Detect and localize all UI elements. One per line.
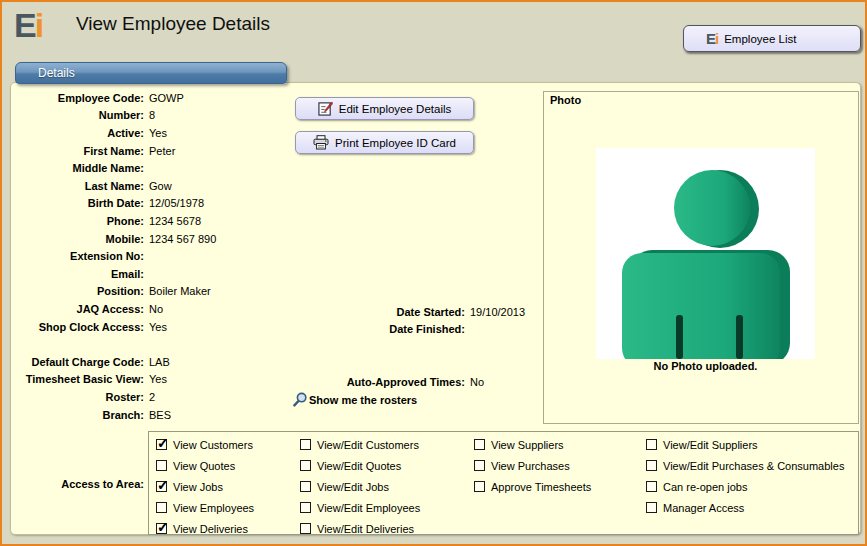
access-checkbox-row[interactable]: View/Edit Jobs	[300, 476, 420, 497]
field-row: Shop Clock Access: Yes	[11, 318, 216, 336]
print-employee-id-card-label: Print Employee ID Card	[335, 137, 456, 149]
photo-placeholder-image	[596, 148, 815, 359]
magnifier-icon	[293, 392, 308, 407]
checkbox-label: View/Edit Deliveries	[317, 523, 414, 535]
field-row: Active: Yes	[11, 124, 216, 142]
checkbox-icon[interactable]	[474, 460, 485, 471]
field-value: GOWP	[149, 92, 184, 104]
checkbox-icon[interactable]	[300, 523, 311, 534]
access-checkbox-row[interactable]: View Employees	[156, 497, 254, 518]
access-to-area-box: View Customers View Quotes View Jobs	[148, 431, 859, 535]
field-row: Position: Boiler Maker	[11, 283, 216, 301]
checkbox-icon[interactable]	[156, 502, 167, 513]
checkbox-label: View Deliveries	[173, 523, 248, 535]
field-label: Default Charge Code:	[11, 356, 144, 368]
checkbox-icon[interactable]	[300, 481, 311, 492]
access-column-suppliers: View Suppliers View Purchases Approve Ti…	[474, 434, 591, 497]
field-value: 12/05/1978	[149, 197, 204, 209]
access-checkbox-row[interactable]: View Quotes	[156, 455, 254, 476]
employee-list-button[interactable]: Ei Employee List	[683, 25, 861, 52]
checkbox-label: View Quotes	[173, 460, 235, 472]
checkbox-icon[interactable]	[156, 523, 167, 534]
field-row: Extension No:	[11, 247, 216, 265]
field-value: BES	[149, 409, 171, 421]
checkbox-icon[interactable]	[646, 460, 657, 471]
field-value: 8	[149, 109, 155, 121]
checkbox-icon[interactable]	[646, 439, 657, 450]
employee-fields-secondary: Default Charge Code: LAB Timesheet Basic…	[11, 353, 171, 423]
checkbox-label: View Jobs	[173, 481, 223, 493]
show-rosters-link[interactable]: Show me the rosters	[293, 391, 417, 409]
field-row: Mobile: 1234 567 890	[11, 230, 216, 248]
edit-employee-details-label: Edit Employee Details	[339, 103, 452, 115]
access-checkbox-row[interactable]: View/Edit Quotes	[300, 455, 420, 476]
field-value: Yes	[149, 127, 167, 139]
checkbox-icon[interactable]	[156, 460, 167, 471]
field-label: First Name:	[11, 145, 144, 157]
print-employee-id-card-button[interactable]: Print Employee ID Card	[295, 131, 474, 154]
app-window: Ei View Employee Details Ei Employee Lis…	[0, 0, 867, 546]
logo-e-glyph: E	[14, 6, 35, 44]
employment-dates: Date Started: 19/10/2013 Date Finished:	[288, 303, 525, 338]
auto-approved-times-row: Auto-Approved Times: No	[288, 373, 484, 391]
access-checkbox-row[interactable]: View/Edit Employees	[300, 497, 420, 518]
access-checkbox-row[interactable]: View Purchases	[474, 455, 591, 476]
field-row: Default Charge Code: LAB	[11, 353, 171, 371]
field-row: Phone: 1234 5678	[11, 212, 216, 230]
field-label: Roster:	[11, 391, 144, 403]
tab-details[interactable]: Details	[15, 62, 287, 84]
field-value: LAB	[149, 356, 170, 368]
access-checkbox-row[interactable]: View/Edit Deliveries	[300, 518, 420, 539]
checkbox-icon[interactable]	[300, 439, 311, 450]
field-value: Gow	[149, 180, 172, 192]
field-row: Employee Code: GOWP	[11, 89, 216, 107]
field-label: Phone:	[11, 215, 144, 227]
field-row: Email:	[11, 265, 216, 283]
checkbox-icon[interactable]	[646, 481, 657, 492]
access-checkbox-row[interactable]: Can re-open jobs	[646, 476, 844, 497]
field-value: Yes	[149, 321, 167, 333]
checkbox-label: View/Edit Purchases & Consumables	[663, 460, 844, 472]
checkbox-icon[interactable]	[474, 439, 485, 450]
field-row: JAQ Access: No	[11, 300, 216, 318]
field-value: Boiler Maker	[149, 285, 211, 297]
access-checkbox-row[interactable]: View Deliveries	[156, 518, 254, 539]
access-checkbox-row[interactable]: View Suppliers	[474, 434, 591, 455]
edit-employee-details-button[interactable]: Edit Employee Details	[295, 97, 474, 120]
access-checkbox-row[interactable]: Approve Timesheets	[474, 476, 591, 497]
access-checkbox-row[interactable]: View/Edit Suppliers	[646, 434, 844, 455]
edit-icon	[318, 101, 333, 116]
checkbox-icon[interactable]	[156, 481, 167, 492]
checkbox-label: View Suppliers	[491, 439, 564, 451]
field-label: Timesheet Basic View:	[11, 373, 144, 385]
field-label: Date Finished:	[288, 323, 465, 335]
checkbox-icon[interactable]	[646, 502, 657, 513]
checkbox-icon[interactable]	[300, 502, 311, 513]
checkbox-icon[interactable]	[156, 439, 167, 450]
access-checkbox-row[interactable]: View Jobs	[156, 476, 254, 497]
access-checkbox-row[interactable]: View/Edit Purchases & Consumables	[646, 455, 844, 476]
photo-panel-label: Photo	[550, 94, 581, 106]
printer-icon	[313, 135, 329, 150]
field-row: Date Finished:	[288, 321, 525, 339]
access-checkbox-row[interactable]: View/Edit Customers	[300, 434, 420, 455]
checkbox-label: Approve Timesheets	[491, 481, 591, 493]
checkbox-icon[interactable]	[474, 481, 485, 492]
access-checkbox-row[interactable]: Manager Access	[646, 497, 844, 518]
field-row: Timesheet Basic View: Yes	[11, 371, 171, 389]
checkbox-label: View/Edit Quotes	[317, 460, 401, 472]
field-row: Date Started: 19/10/2013	[288, 303, 525, 321]
field-label: Birth Date:	[11, 197, 144, 209]
access-checkbox-row[interactable]: View Customers	[156, 434, 254, 455]
checkbox-label: Manager Access	[663, 502, 744, 514]
checkbox-icon[interactable]	[300, 460, 311, 471]
app-logo: Ei	[14, 6, 42, 45]
access-column-admin: View/Edit Suppliers View/Edit Purchases …	[646, 434, 844, 518]
auto-approved-label: Auto-Approved Times:	[288, 376, 465, 388]
field-label: JAQ Access:	[11, 303, 144, 315]
photo-panel: Photo	[543, 91, 859, 424]
field-value: Peter	[149, 145, 175, 157]
person-silhouette-icon	[596, 148, 815, 359]
page-title: View Employee Details	[76, 13, 270, 35]
field-label: Employee Code:	[11, 92, 144, 104]
